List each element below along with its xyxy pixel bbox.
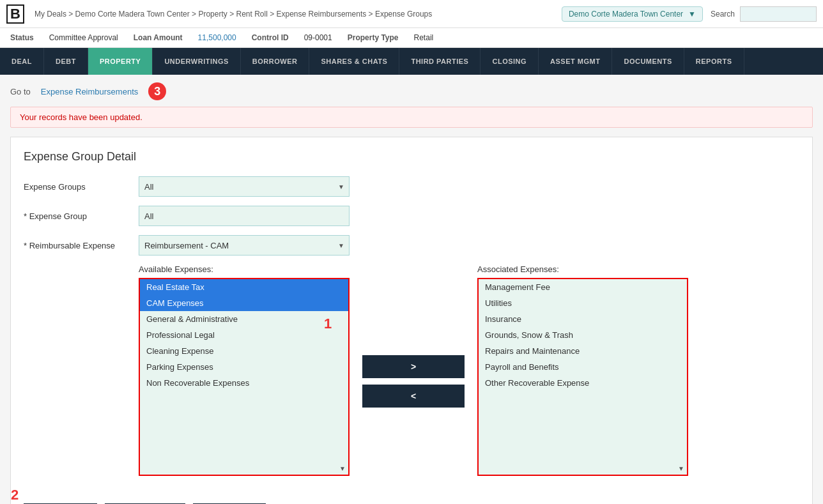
associated-expense-item-other-recoverable[interactable]: Other Recoverable Expense bbox=[479, 375, 687, 391]
transfer-buttons: > < bbox=[350, 282, 477, 480]
control-label: Control ID bbox=[252, 33, 289, 42]
tab-deal[interactable]: DEAL bbox=[0, 48, 44, 75]
page-content: Go to Expense Reimbursements 3 Your reco… bbox=[0, 75, 823, 504]
success-banner: Your records have been updated. bbox=[10, 107, 813, 128]
associated-expense-item-management-fee[interactable]: Management Fee bbox=[479, 279, 687, 295]
tab-reports[interactable]: REPORTS bbox=[684, 48, 744, 75]
tab-underwritings[interactable]: UNDERWRITINGS bbox=[153, 48, 240, 75]
search-label: Search bbox=[711, 10, 735, 19]
reimbursable-expense-select[interactable]: Reimbursement - CAM bbox=[139, 235, 350, 256]
step-2-badge: 2 bbox=[11, 487, 19, 503]
nav-tabs: DEAL DEBT PROPERTY UNDERWRITINGS BORROWE… bbox=[0, 48, 823, 75]
deal-selector[interactable]: Demo Corte Madera Town Center ▼ bbox=[562, 6, 703, 22]
available-expenses-label: Available Expenses: bbox=[139, 264, 350, 274]
available-expense-item-parking-expenses[interactable]: Parking Expenses bbox=[140, 359, 348, 375]
breadcrumb: My Deals > Demo Corte Madera Town Center… bbox=[35, 10, 562, 19]
property-type-label: Property Type bbox=[348, 33, 399, 42]
main-card: Expense Group Detail Expense Groups All … bbox=[10, 137, 813, 504]
card-title: Expense Group Detail bbox=[24, 150, 799, 164]
associated-expenses-label: Associated Expenses: bbox=[477, 264, 688, 274]
status-label: Status bbox=[10, 33, 34, 42]
logo-icon: B bbox=[6, 4, 24, 24]
available-expense-item-real-estate-tax[interactable]: Real Estate Tax bbox=[140, 279, 348, 295]
deal-name: Demo Corte Madera Town Center bbox=[569, 10, 683, 19]
step-3-badge: 3 bbox=[148, 82, 166, 100]
associated-expenses-col: Associated Expenses: Management Fee Util… bbox=[477, 264, 688, 476]
associated-list-scroll-icon: ▼ bbox=[678, 465, 684, 472]
transfer-forward-button[interactable]: > bbox=[362, 355, 465, 378]
action-bar: UPDATE ADD NEW DELETE 2 bbox=[24, 493, 799, 504]
expense-groups-select[interactable]: All bbox=[139, 176, 350, 197]
expense-group-input[interactable] bbox=[139, 206, 350, 226]
loan-label: Loan Amount bbox=[134, 33, 183, 42]
associated-expense-item-repairs-maintenance[interactable]: Repairs and Maintenance bbox=[479, 343, 687, 359]
tab-closing[interactable]: CLOSING bbox=[481, 48, 539, 75]
available-expenses-col: Available Expenses: Real Estate Tax CAM … bbox=[139, 264, 350, 476]
property-type-value: Retail bbox=[414, 33, 434, 42]
tab-documents[interactable]: DOCUMENTS bbox=[612, 48, 684, 75]
expense-groups-select-wrapper: All bbox=[139, 176, 350, 197]
associated-expense-item-utilities[interactable]: Utilities bbox=[479, 295, 687, 311]
status-value: Committee Approval bbox=[49, 33, 118, 42]
control-value: 09-0001 bbox=[304, 33, 332, 42]
tab-shares-chats[interactable]: SHARES & CHATS bbox=[309, 48, 399, 75]
goto-bar: Go to Expense Reimbursements 3 bbox=[10, 82, 813, 100]
available-expense-item-general-admin[interactable]: General & Administrative bbox=[140, 311, 348, 327]
available-expense-item-non-recoverable[interactable]: Non Recoverable Expenses bbox=[140, 375, 348, 391]
available-expense-item-cleaning-expense[interactable]: Cleaning Expense bbox=[140, 343, 348, 359]
loan-value: 11,500,000 bbox=[198, 33, 236, 42]
top-bar: B My Deals > Demo Corte Madera Town Cent… bbox=[0, 0, 823, 28]
expense-group-row: * Expense Group bbox=[24, 206, 799, 226]
associated-expense-item-grounds-snow-trash[interactable]: Grounds, Snow & Trash bbox=[479, 327, 687, 343]
deal-selector-arrow-icon: ▼ bbox=[688, 10, 696, 19]
available-expense-item-cam-expenses[interactable]: CAM Expenses bbox=[140, 295, 348, 311]
tab-borrower[interactable]: BORROWER bbox=[241, 48, 310, 75]
goto-label: Go to bbox=[10, 87, 31, 96]
reimbursable-expense-select-wrapper: Reimbursement - CAM bbox=[139, 235, 350, 256]
expense-reimbursements-link[interactable]: Expense Reimbursements bbox=[41, 87, 138, 96]
available-expense-item-professional-legal[interactable]: Professional Legal bbox=[140, 327, 348, 343]
search-input[interactable] bbox=[740, 6, 817, 22]
associated-expense-item-insurance[interactable]: Insurance bbox=[479, 311, 687, 327]
tab-property[interactable]: PROPERTY bbox=[88, 48, 153, 75]
expense-groups-row: Expense Groups All bbox=[24, 176, 799, 197]
transfer-backward-button[interactable]: < bbox=[362, 385, 465, 408]
expense-group-label: * Expense Group bbox=[24, 211, 139, 221]
associated-expense-item-payroll-benefits[interactable]: Payroll and Benefits bbox=[479, 359, 687, 375]
associated-expenses-list[interactable]: Management Fee Utilities Insurance Groun… bbox=[477, 278, 688, 476]
available-expenses-list[interactable]: Real Estate Tax CAM Expenses General & A… bbox=[139, 278, 350, 476]
tab-third-parties[interactable]: THIRD PARTIES bbox=[399, 48, 481, 75]
tab-debt[interactable]: DEBT bbox=[44, 48, 88, 75]
step-1-badge: 1 bbox=[324, 316, 332, 332]
reimbursable-expense-row: * Reimbursable Expense Reimbursement - C… bbox=[24, 235, 799, 256]
expense-groups-label: Expense Groups bbox=[24, 182, 139, 192]
available-list-scroll-icon: ▼ bbox=[339, 465, 346, 472]
tab-asset-mgmt[interactable]: ASSET MGMT bbox=[539, 48, 612, 75]
reimbursable-expense-label: * Reimbursable Expense bbox=[24, 241, 139, 250]
info-bar: Status Committee Approval Loan Amount 11… bbox=[0, 28, 823, 48]
